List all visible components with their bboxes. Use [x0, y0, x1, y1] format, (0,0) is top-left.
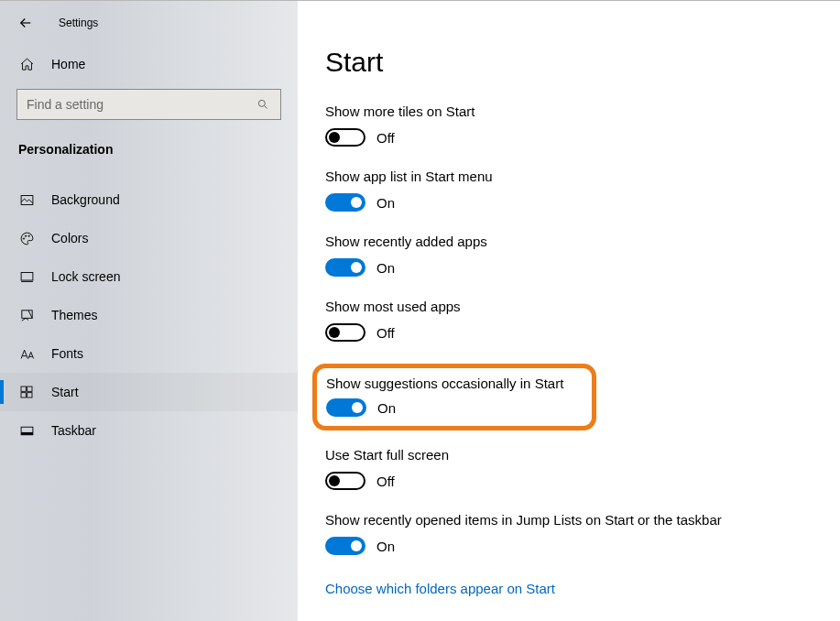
sidebar-item-label: Themes [51, 308, 98, 322]
setting-label: Show more tiles on Start [325, 104, 840, 119]
svg-rect-12 [21, 431, 33, 434]
taskbar-icon [18, 422, 35, 439]
svg-point-2 [23, 237, 24, 238]
search-icon [255, 96, 271, 113]
sidebar-item-taskbar[interactable]: Taskbar [0, 411, 298, 450]
setting-label: Show recently added apps [325, 234, 840, 249]
svg-rect-7 [21, 387, 26, 391]
app-title: Settings [59, 16, 98, 29]
svg-point-3 [25, 234, 26, 235]
setting-label: Use Start full screen [325, 447, 840, 463]
lock-screen-icon [18, 268, 35, 285]
start-icon [18, 384, 35, 400]
sidebar-item-colors[interactable]: Colors [0, 219, 298, 257]
svg-rect-5 [21, 272, 33, 280]
setting-label: Show suggestions occasionally in Start [326, 376, 579, 391]
toggle-state: On [377, 400, 396, 416]
toggle-recently-added[interactable] [325, 258, 365, 277]
settings-sidebar: Settings Home Find a setting Personaliza… [0, 0, 298, 621]
toggle-jump-lists[interactable] [325, 537, 365, 555]
toggle-suggestions[interactable] [326, 398, 366, 417]
page-title: Start [325, 47, 840, 78]
svg-rect-8 [27, 387, 32, 391]
toggle-full-screen[interactable] [325, 472, 365, 490]
sidebar-item-themes[interactable]: Themes [0, 296, 298, 334]
search-wrapper: Find a setting [16, 89, 281, 120]
toggle-most-used[interactable] [325, 323, 365, 342]
setting-app-list: Show app list in Start menu On [325, 169, 840, 212]
sidebar-nav: Background Colors Lock screen Themes Fon… [0, 180, 298, 450]
svg-rect-10 [27, 393, 32, 398]
search-placeholder: Find a setting [27, 97, 255, 112]
back-arrow-icon[interactable] [16, 14, 35, 32]
home-icon [18, 56, 35, 72]
sidebar-item-start[interactable]: Start [0, 373, 298, 411]
sidebar-item-label: Background [51, 192, 120, 207]
toggle-state: On [376, 195, 395, 211]
highlight-annotation: Show suggestions occasionally in Start O… [312, 364, 596, 430]
sidebar-item-label: Lock screen [51, 269, 120, 284]
section-label: Personalization [0, 133, 298, 171]
setting-label: Show most used apps [325, 299, 840, 314]
toggle-state: Off [376, 474, 395, 489]
toggle-state: Off [376, 325, 395, 341]
themes-icon [18, 307, 35, 323]
svg-point-4 [27, 234, 28, 235]
setting-most-used: Show most used apps Off [325, 299, 840, 342]
picture-icon [18, 191, 35, 208]
setting-label: Show recently opened items in Jump Lists… [325, 512, 840, 528]
toggle-state: On [376, 539, 395, 554]
sidebar-item-home[interactable]: Home [0, 45, 298, 83]
setting-recently-added: Show recently added apps On [325, 234, 840, 277]
setting-label: Show app list in Start menu [325, 169, 840, 184]
setting-more-tiles: Show more tiles on Start Off [325, 104, 840, 147]
sidebar-item-label: Colors [51, 231, 88, 245]
setting-full-screen: Use Start full screen Off [325, 447, 840, 490]
sidebar-item-label: Start [51, 385, 79, 399]
svg-rect-9 [21, 393, 26, 398]
search-input[interactable]: Find a setting [16, 89, 281, 120]
sidebar-item-fonts[interactable]: Fonts [0, 334, 298, 373]
sidebar-item-background[interactable]: Background [0, 180, 298, 219]
toggle-state: Off [376, 130, 395, 146]
toggle-app-list[interactable] [325, 193, 365, 212]
palette-icon [18, 230, 35, 246]
setting-suggestions: Show suggestions occasionally in Start O… [326, 376, 579, 417]
home-label: Home [51, 57, 85, 71]
link-choose-folders[interactable]: Choose which folders appear on Start [325, 581, 555, 596]
svg-point-0 [258, 100, 265, 106]
main-panel: Start Show more tiles on Start Off Show … [298, 0, 840, 621]
toggle-more-tiles[interactable] [325, 128, 365, 147]
fonts-icon [18, 345, 35, 362]
sidebar-item-label: Taskbar [51, 423, 96, 438]
sidebar-item-lock-screen[interactable]: Lock screen [0, 257, 298, 296]
sidebar-item-label: Fonts [51, 346, 83, 361]
sidebar-header: Settings [0, 6, 298, 45]
setting-jump-lists: Show recently opened items in Jump Lists… [325, 512, 840, 555]
toggle-state: On [376, 260, 395, 276]
